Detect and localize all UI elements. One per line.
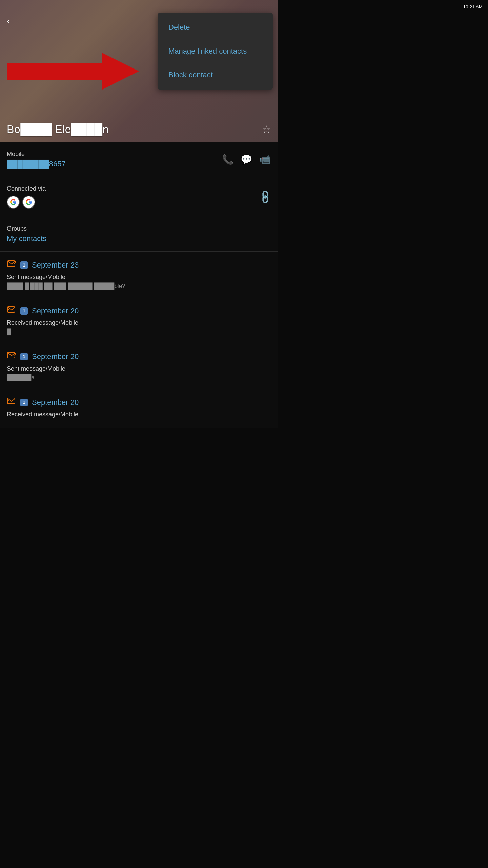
- activity-date-2: September 20: [32, 307, 79, 315]
- activity-date-3: September 20: [32, 352, 79, 361]
- menu-item-delete[interactable]: Delete: [158, 16, 273, 39]
- activity-item-1: 1 September 23 Sent message/Mobile ████ …: [0, 252, 278, 297]
- received-message-icon-1: [7, 305, 16, 317]
- groups-value[interactable]: My contacts: [7, 234, 271, 243]
- groups-section: Groups My contacts: [0, 217, 278, 252]
- connected-label: Connected via: [7, 185, 259, 192]
- activity-type-2: Received message/Mobile: [7, 319, 271, 327]
- mobile-section: Mobile ████████8657 📞 💬 📹: [0, 142, 278, 177]
- google-icon-1: [7, 196, 20, 209]
- activity-type-4: Received message/Mobile: [7, 411, 271, 418]
- activity-date-1: September 23: [32, 261, 79, 270]
- sent-message-icon-1: [7, 259, 16, 271]
- phone-number: ████████8657: [7, 160, 222, 169]
- contact-action-icons: 📞 💬 📹: [222, 151, 271, 165]
- menu-item-manage-linked[interactable]: Manage linked contacts: [158, 39, 273, 63]
- main-content: Mobile ████████8657 📞 💬 📹 Connected via: [0, 142, 278, 428]
- linked-contacts-icon[interactable]: 🔗: [257, 189, 273, 205]
- activity-type-1: Sent message/Mobile: [7, 274, 271, 281]
- context-menu: Delete Manage linked contacts Block cont…: [158, 13, 273, 90]
- svg-marker-1: [7, 53, 139, 90]
- activity-preview-1: ████ █ ███ ██ ███ ██████ █████ble?: [7, 283, 271, 290]
- contact-name: Bo████ Ele████n: [7, 123, 109, 136]
- video-icon[interactable]: 📹: [259, 154, 271, 165]
- activity-header-2: 1 September 20: [7, 305, 271, 317]
- message-icon[interactable]: 💬: [241, 154, 252, 165]
- activity-type-3: Sent message/Mobile: [7, 365, 271, 372]
- google-icon-2: [22, 196, 35, 209]
- activity-item-4: 1 September 20 Received message/Mobile: [0, 389, 278, 428]
- activity-preview-2: █: [7, 329, 271, 335]
- status-bar: 10:21 AM: [0, 0, 278, 14]
- activity-item-3: 1 September 20 Sent message/Mobile █████…: [0, 343, 278, 389]
- received-message-icon-2: [7, 396, 16, 408]
- sent-message-icon-2: [7, 351, 16, 362]
- activity-header-1: 1 September 23: [7, 259, 271, 271]
- activity-date-4: September 20: [32, 398, 79, 407]
- activity-header-3: 1 September 20: [7, 351, 271, 362]
- back-button[interactable]: ‹: [7, 16, 10, 26]
- google-account-icons: [7, 196, 259, 209]
- activity-badge-4: 1: [20, 399, 28, 406]
- red-arrow-indicator: [7, 51, 139, 93]
- connected-via-section: Connected via: [0, 177, 278, 217]
- activity-badge-3: 1: [20, 353, 28, 360]
- call-icon[interactable]: 📞: [222, 154, 234, 165]
- mobile-label: Mobile: [7, 151, 222, 158]
- favorite-icon[interactable]: ☆: [262, 123, 271, 135]
- activity-badge-2: 1: [20, 307, 28, 315]
- contact-phone-info: Mobile ████████8657: [7, 151, 222, 169]
- activity-preview-3: ██████a.: [7, 374, 271, 381]
- menu-item-block-contact[interactable]: Block contact: [158, 63, 273, 87]
- header-area: ‹ Delete Manage linked contacts Block co…: [0, 0, 278, 142]
- connected-info: Connected via: [7, 185, 259, 209]
- activity-header-4: 1 September 20: [7, 396, 271, 408]
- activity-item-2: 1 September 20 Received message/Mobile █: [0, 297, 278, 343]
- contact-name-area: Bo████ Ele████n ☆: [7, 123, 271, 136]
- activity-badge-1: 1: [20, 261, 28, 269]
- groups-label: Groups: [7, 225, 271, 232]
